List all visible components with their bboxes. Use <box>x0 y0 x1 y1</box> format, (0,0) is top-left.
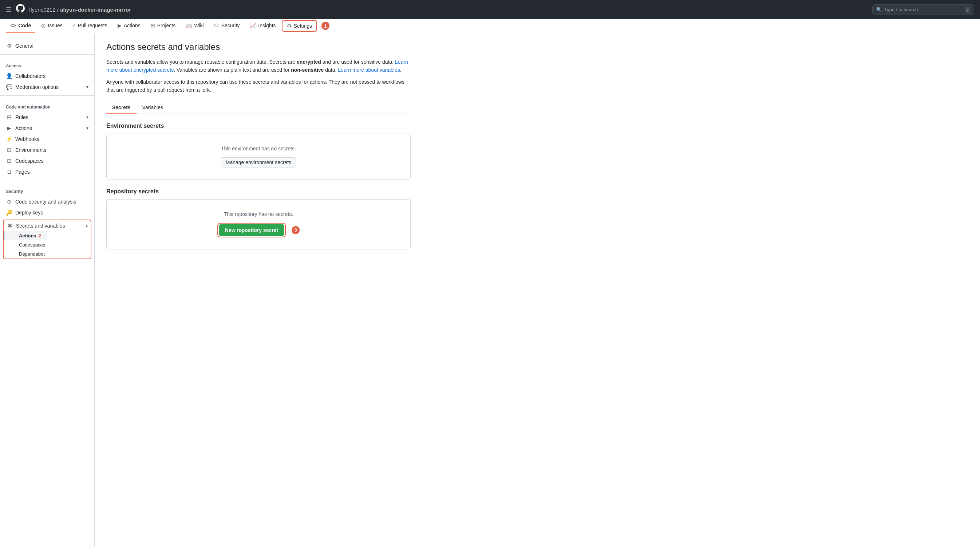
tab-issues[interactable]: ◎ Issues <box>37 19 67 33</box>
env-empty-text: This environment has no secrets. <box>113 146 404 151</box>
tab-insights[interactable]: 📈 Insights <box>245 19 280 33</box>
sidebar-item-code-security[interactable]: ⊙ Code security and analysis <box>0 196 94 207</box>
repo-owner-link[interactable]: flyeric0212 <box>29 6 56 13</box>
sidebar-environments-label: Environments <box>15 147 46 153</box>
sidebar-item-deploy-keys[interactable]: 🔑 Deploy keys <box>0 207 94 218</box>
tab-code[interactable]: <> Code <box>6 19 35 33</box>
repo-path: flyeric0212 / aliyun-docker-image-mirror <box>29 6 131 13</box>
sidebar-item-webhooks[interactable]: ⚡ Webhooks <box>0 134 94 145</box>
hamburger-menu-icon[interactable]: ☰ <box>6 5 12 13</box>
sidebar-actions-label: Actions <box>15 125 32 131</box>
tab-wiki-label: Wiki <box>194 22 204 29</box>
tab-bar: Secrets Variables <box>106 102 410 114</box>
repo-name-link[interactable]: aliyun-docker-image-mirror <box>60 6 131 13</box>
sidebar-item-rules[interactable]: ⊟ Rules ▾ <box>0 112 94 123</box>
repo-empty-text: This repository has no secrets. <box>113 211 404 217</box>
sidebar-rules-label: Rules <box>15 115 29 120</box>
tab-actions[interactable]: ▶ Actions <box>113 19 145 33</box>
tab-projects-label: Projects <box>157 22 176 29</box>
sidebar-code-security-label: Code security and analysis <box>15 199 76 205</box>
security-section-label: Security <box>0 183 94 196</box>
sidebar-item-actions[interactable]: ▶ Actions ▾ <box>0 123 94 134</box>
sidebar-sub-item-codespaces[interactable]: Codespaces <box>4 240 91 250</box>
sidebar-secrets-label: Secrets and variables <box>16 223 65 229</box>
sidebar-divider-2 <box>0 95 94 96</box>
sub-codespaces-label: Codespaces <box>19 242 45 248</box>
code-security-icon: ⊙ <box>6 199 13 205</box>
repo-secrets-box: This repository has no secrets. New repo… <box>106 199 410 250</box>
description-paragraph-2: Anyone with collaborator access to this … <box>106 78 410 94</box>
new-secret-badge: 3 <box>291 226 300 234</box>
environments-icon: ⊟ <box>6 147 13 153</box>
env-secrets-box: This environment has no secrets. Manage … <box>106 134 410 180</box>
security-nav-icon: 🛡 <box>214 22 219 29</box>
secrets-chevron-icon: ▴ <box>86 223 88 228</box>
new-repository-secret-button[interactable]: New repository secret <box>219 224 284 236</box>
github-logo <box>16 4 25 15</box>
asterisk-icon: ✱ <box>6 223 13 229</box>
tab-settings-label: Settings <box>294 23 312 29</box>
top-navigation-bar: ☰ flyeric0212 / aliyun-docker-image-mirr… <box>0 0 980 19</box>
sidebar-codespaces-label: Codespaces <box>15 158 44 164</box>
tab-variables[interactable]: Variables <box>137 102 169 114</box>
rules-icon: ⊟ <box>6 114 13 121</box>
actions-chevron-icon: ▾ <box>86 126 89 131</box>
actions-sub-badge: 2 <box>38 233 41 239</box>
sidebar-sub-item-dependabot[interactable]: Dependabot <box>4 250 91 259</box>
manage-env-secrets-button[interactable]: Manage environment secrets <box>221 157 296 167</box>
issues-icon: ◎ <box>41 22 46 29</box>
repo-nav: <> Code ◎ Issues ⑃ Pull requests ▶ Actio… <box>0 19 980 33</box>
new-secret-wrapper: New repository secret 3 <box>217 223 300 237</box>
access-section-label: Access <box>0 57 94 71</box>
page-title: Actions secrets and variables <box>106 42 410 52</box>
tab-issues-label: Issues <box>48 22 62 29</box>
search-box[interactable]: 🔍 Type / to search / <box>872 4 974 15</box>
sidebar-item-general[interactable]: ⚙ General <box>0 40 94 51</box>
sidebar-item-codespaces[interactable]: ⊡ Codespaces <box>0 156 94 166</box>
secrets-variables-group: ✱ Secrets and variables ▴ Actions 2 Code… <box>3 220 91 259</box>
pull-request-icon: ⑃ <box>73 22 76 29</box>
tab-settings[interactable]: ⚙ Settings <box>282 20 317 32</box>
tab-wiki[interactable]: 📖 Wiki <box>181 19 208 33</box>
tab-security[interactable]: 🛡 Security <box>210 19 244 33</box>
tab-secrets[interactable]: Secrets <box>106 102 137 114</box>
sidebar-item-pages[interactable]: 🗋 Pages <box>0 166 94 177</box>
actions-sidebar-icon: ▶ <box>6 125 13 132</box>
insights-icon: 📈 <box>250 22 256 29</box>
code-automation-section-label: Code and automation <box>0 99 94 112</box>
tab-projects[interactable]: ⊞ Projects <box>146 19 180 33</box>
tab-pull-requests[interactable]: ⑃ Pull requests <box>68 19 112 33</box>
tab-actions-label: Actions <box>124 22 140 29</box>
sidebar-item-moderation[interactable]: 💬 Moderation options ▾ <box>0 81 94 92</box>
new-secret-button-wrapper: New repository secret <box>217 223 286 237</box>
projects-icon: ⊞ <box>151 22 155 29</box>
sidebar-general-label: General <box>15 43 33 49</box>
settings-tab-wrapper: ⚙ Settings 1 <box>282 20 330 32</box>
learn-variables-link[interactable]: Learn more about variables <box>338 67 400 73</box>
settings-badge: 1 <box>321 22 329 30</box>
sidebar-divider-3 <box>0 180 94 180</box>
pages-icon: 🗋 <box>6 169 13 175</box>
sidebar-sub-item-actions[interactable]: Actions 2 <box>4 231 47 240</box>
search-icon: 🔍 <box>876 7 882 13</box>
webhook-icon: ⚡ <box>6 136 13 142</box>
comment-icon: 💬 <box>6 84 13 90</box>
path-separator: / <box>57 6 59 13</box>
wiki-icon: 📖 <box>186 22 192 29</box>
sidebar-item-collaborators[interactable]: 👤 Collaborators <box>0 71 94 81</box>
sub-dependabot-label: Dependabot <box>19 251 45 257</box>
settings-nav-icon: ⚙ <box>287 23 291 29</box>
sidebar-moderation-label: Moderation options <box>15 84 59 90</box>
sidebar-item-environments[interactable]: ⊟ Environments <box>0 145 94 156</box>
search-placeholder: Type / to search <box>884 7 918 13</box>
sidebar-item-secrets-variables[interactable]: ✱ Secrets and variables ▴ <box>4 220 91 231</box>
repo-secrets-title: Repository secrets <box>106 188 410 195</box>
tab-insights-label: Insights <box>258 22 275 29</box>
actions-icon: ▶ <box>118 22 122 29</box>
search-shortcut: / <box>965 6 970 13</box>
env-secrets-title: Environment secrets <box>106 123 410 129</box>
sidebar-deploy-keys-label: Deploy keys <box>15 210 43 216</box>
sidebar-collaborators-label: Collaborators <box>15 73 46 79</box>
main-content: ⚙ General Access 👤 Collaborators 💬 Moder… <box>0 33 980 547</box>
description-paragraph-1: Secrets and variables allow you to manag… <box>106 58 410 74</box>
